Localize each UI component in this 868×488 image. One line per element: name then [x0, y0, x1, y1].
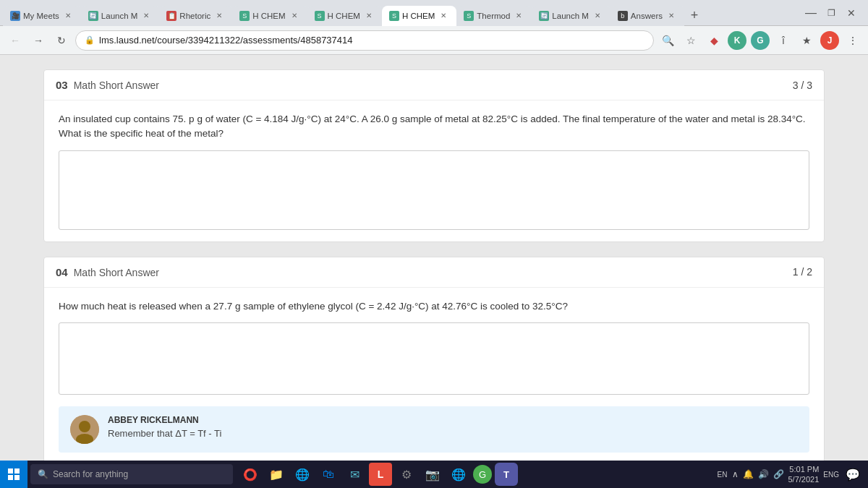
taskbar-time-text: 5:01 PM [788, 464, 820, 474]
league-icon[interactable]: L [369, 463, 392, 486]
lang-label: ENG [823, 471, 839, 479]
search-icon[interactable]: 🔍 [658, 31, 677, 50]
notification-icon[interactable]: 🔔 [743, 469, 754, 479]
tab-label-launch2: Launch M [552, 12, 589, 20]
question-header-03: 03 Math Short Answer 3 / 3 [44, 70, 824, 100]
answer-box-03[interactable] [59, 150, 809, 230]
answer-box-04[interactable] [59, 322, 809, 395]
tab-favicon-h-chem2: S [315, 11, 325, 21]
start-button[interactable] [0, 461, 27, 488]
taskbar-search-icon: 🔍 [38, 469, 48, 479]
comment-text-04: Remember that ΔT = Tf - Ti [108, 428, 798, 439]
question-text-04: How much heat is released when a 27.7 g … [59, 299, 809, 314]
tab-answers[interactable]: b Answers ✕ [610, 6, 684, 26]
store-icon[interactable]: 🛍 [317, 463, 340, 486]
chevron-up-icon[interactable]: ∧ [732, 469, 739, 479]
file-explorer-icon[interactable]: 📁 [265, 463, 288, 486]
tab-close-launch2[interactable]: ✕ [592, 10, 603, 22]
question-body-04: How much heat is released when a 27.7 g … [44, 288, 824, 406]
taskbar-search-text: Search for anything [53, 469, 128, 479]
tab-close-thermod[interactable]: ✕ [513, 10, 524, 22]
close-button[interactable]: ✕ [842, 4, 861, 22]
question-header-04: 04 Math Short Answer 1 / 2 [44, 257, 824, 288]
comment-content-04: ABBEY RICKELMANN Remember that ΔT = Tf -… [108, 415, 798, 439]
tab-close-my-meets[interactable]: ✕ [62, 10, 74, 22]
tab-close-answers[interactable]: ✕ [665, 10, 677, 22]
forward-button[interactable]: → [29, 31, 48, 50]
question-text-03: An insulated cup contains 75. p g of wat… [59, 112, 809, 142]
tab-rhetoric[interactable]: 📋 Rhetoric ✕ [159, 6, 232, 26]
mail-icon[interactable]: ✉ [343, 463, 366, 486]
tab-favicon-h-chem3: S [389, 11, 399, 21]
question-card-03: 03 Math Short Answer 3 / 3 An insulated … [43, 69, 825, 242]
taskbar-search[interactable]: 🔍 Search for anything [30, 464, 233, 484]
page-content: 03 Math Short Answer 3 / 3 An insulated … [0, 55, 868, 461]
extensions-pin-icon[interactable]: ★ [797, 31, 816, 50]
tab-label-h-chem2: H CHEM [328, 12, 360, 20]
profile-g-icon[interactable]: G [751, 31, 770, 50]
url-text: lms.lausd.net/course/3394211322/assessme… [99, 35, 353, 46]
edge-icon[interactable]: 🌐 [291, 463, 314, 486]
browser-toolbar: 🔍 ☆ ◆ K G î ★ J ⋮ [658, 31, 862, 50]
taskbar: 🔍 Search for anything ⭕ 📁 🌐 🛍 ✉ L ⚙ 📷 🌐 … [0, 461, 868, 488]
language-icon: EN [718, 471, 728, 479]
tab-favicon-rhetoric: 📋 [166, 11, 176, 21]
tab-favicon-h-chem1: S [239, 11, 250, 21]
tab-bar: 🎥 My Meets ✕ 🔄 Launch M ✕ 📋 Rhetoric ✕ S… [0, 0, 868, 26]
question-score-03: 3 / 3 [793, 80, 812, 91]
new-tab-button[interactable]: + [684, 6, 705, 26]
chrome-icon[interactable]: 🌐 [447, 463, 470, 486]
user-avatar[interactable]: J [820, 31, 839, 50]
tab-close-h-chem1[interactable]: ✕ [289, 10, 300, 22]
question-title-04: 04 Math Short Answer [56, 266, 159, 278]
svg-rect-5 [8, 475, 13, 480]
question-type-04: Math Short Answer [74, 267, 159, 278]
wifi-icon[interactable]: 🔗 [773, 469, 784, 479]
unknown-icon[interactable]: ⚙ [395, 463, 418, 486]
tab-close-launch[interactable]: ✕ [140, 10, 152, 22]
teams-icon[interactable]: T [495, 463, 518, 486]
tab-thermod[interactable]: S Thermod ✕ [456, 6, 532, 26]
taskbar-system: EN ∧ 🔔 🔊 🔗 5:01 PM 5/7/2021 ENG 💬 [712, 464, 868, 485]
comment-section-04: ABBEY RICKELMANN Remember that ΔT = Tf -… [59, 406, 809, 453]
tab-close-rhetoric[interactable]: ✕ [213, 10, 225, 22]
comment-avatar-04 [70, 415, 99, 444]
minimize-button[interactable]: — [801, 4, 820, 22]
tab-label-thermod: Thermod [477, 12, 510, 20]
star-icon[interactable]: ☆ [681, 31, 700, 50]
google-icon[interactable]: G [473, 465, 492, 484]
more-options-icon[interactable]: ⋮ [843, 31, 862, 50]
comment-author-04: ABBEY RICKELMANN [108, 415, 798, 425]
taskbar-icons: ⭕ 📁 🌐 🛍 ✉ L ⚙ 📷 🌐 G T [239, 463, 518, 486]
url-bar[interactable]: 🔒 lms.lausd.net/course/3394211322/assess… [75, 30, 654, 51]
volume-icon[interactable]: 🔊 [758, 469, 769, 479]
tab-close-h-chem3[interactable]: ✕ [438, 10, 449, 22]
taskbar-clock: 5:01 PM 5/7/2021 [788, 464, 820, 485]
tab-my-meets[interactable]: 🎥 My Meets ✕ [3, 6, 81, 26]
taskbar-date-text: 5/7/2021 [788, 474, 820, 484]
profile-k-icon[interactable]: K [728, 31, 746, 50]
tab-h-chem2[interactable]: S H CHEM ✕ [307, 6, 382, 26]
back-button[interactable]: ← [6, 31, 25, 50]
camera-icon[interactable]: 📷 [421, 463, 444, 486]
tab-label-answers: Answers [631, 12, 663, 20]
refresh-button[interactable]: ↻ [52, 31, 71, 50]
tab-label-launch: Launch M [101, 12, 138, 20]
cortana-icon[interactable]: ⭕ [239, 463, 262, 486]
tab-h-chem3[interactable]: S H CHEM ✕ [382, 6, 456, 26]
question-number-03: 03 [56, 79, 68, 91]
tab-label-h-chem3: H CHEM [402, 12, 435, 20]
tab-h-chem1[interactable]: S H CHEM ✕ [232, 6, 307, 26]
extensions-icon[interactable]: ◆ [705, 31, 723, 50]
svg-point-1 [79, 421, 90, 432]
lock-icon: 🔒 [85, 35, 95, 45]
account-icon[interactable]: î [774, 31, 793, 50]
svg-rect-6 [14, 475, 20, 480]
tab-launch[interactable]: 🔄 Launch M ✕ [81, 6, 160, 26]
tab-close-h-chem2[interactable]: ✕ [363, 10, 375, 22]
tab-launch2[interactable]: 🔄 Launch M ✕ [532, 6, 610, 26]
action-center-icon[interactable]: 💬 [843, 465, 862, 484]
question-number-04: 04 [56, 266, 68, 278]
tab-favicon-launch: 🔄 [88, 11, 98, 21]
restore-button[interactable]: ❐ [822, 4, 841, 22]
